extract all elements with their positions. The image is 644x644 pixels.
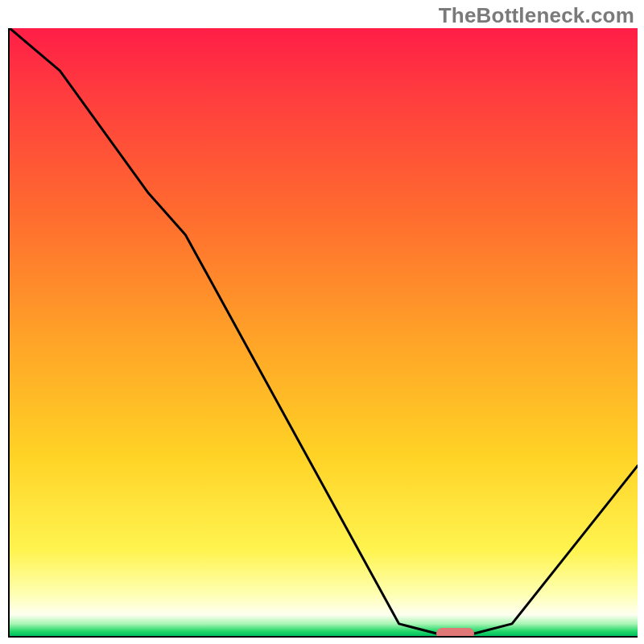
watermark-text: TheBottleneck.com bbox=[439, 3, 634, 28]
plot-area bbox=[8, 28, 638, 638]
minimum-marker bbox=[436, 628, 474, 638]
line-curve bbox=[10, 28, 638, 636]
chart-frame: TheBottleneck.com bbox=[0, 0, 644, 644]
